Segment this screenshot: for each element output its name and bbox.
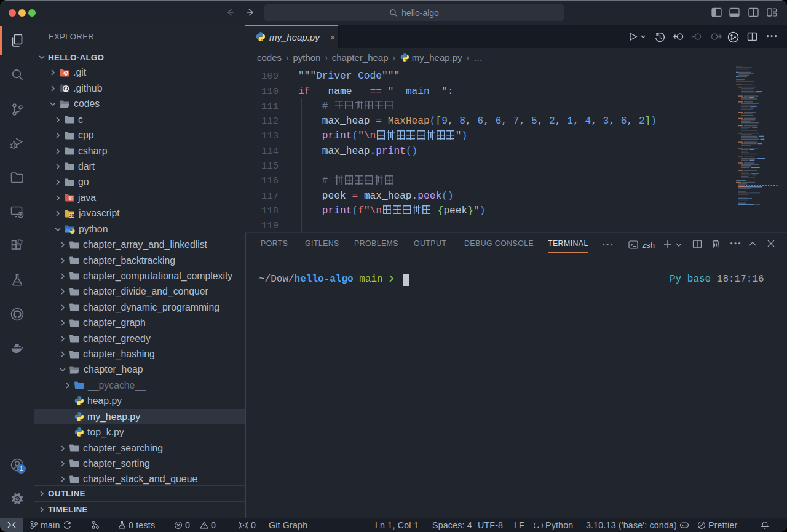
svg-text:JS: JS: [69, 213, 75, 218]
